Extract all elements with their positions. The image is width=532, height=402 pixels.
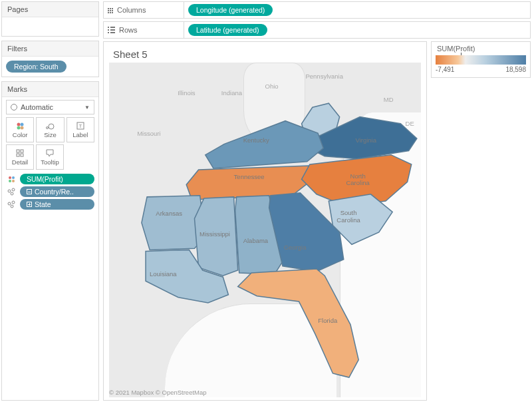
- detail-dark-icon: [6, 187, 17, 196]
- svg-point-15: [12, 180, 15, 182]
- marks-pill-sum-profit[interactable]: SUM(Profit): [6, 174, 94, 184]
- rows-pill-latitude[interactable]: Latitude (generated): [188, 24, 267, 36]
- legend-max: 18,598: [505, 66, 526, 73]
- collapse-icon: [27, 189, 32, 194]
- chevron-down-icon: ▼: [84, 104, 90, 110]
- marks-title: Marks: [2, 82, 98, 97]
- map-attribution: © 2021 Mapbox © OpenStreetMap: [109, 387, 207, 397]
- globe-icon: [11, 104, 17, 110]
- svg-rect-9: [21, 150, 23, 152]
- state-label-mississippi: Mississippi: [200, 230, 230, 238]
- legend-title: SUM(Profit): [432, 42, 530, 55]
- marks-detail-button[interactable]: Detail: [6, 144, 34, 170]
- marks-label-button[interactable]: T Label: [66, 117, 94, 142]
- marks-tooltip-button[interactable]: Tooltip: [36, 144, 64, 170]
- color-legend[interactable]: SUM(Profit) -7,491 18,598: [431, 41, 531, 78]
- filter-pill-region[interactable]: Region: South: [6, 61, 66, 73]
- state-label-georgia: Georgia: [284, 244, 307, 251]
- state-label-virginia: Virginia: [356, 136, 377, 144]
- svg-rect-10: [17, 154, 19, 156]
- filters-title: Filters: [2, 41, 98, 57]
- sheet-title: Sheet 5: [104, 42, 426, 63]
- svg-point-18: [11, 192, 13, 195]
- svg-point-19: [8, 202, 11, 205]
- marks-color-button[interactable]: Color: [6, 117, 34, 142]
- state-label-tennessee: Tennessee: [234, 173, 265, 180]
- map-canvas[interactable]: Illinois Indiana Ohio Pennsylvania MD DE…: [109, 63, 421, 397]
- expand-icon: [27, 202, 32, 207]
- state-label-florida: Florida: [318, 317, 337, 324]
- svg-point-4: [47, 127, 49, 129]
- state-kentucky[interactable]: [205, 121, 323, 168]
- svg-point-21: [11, 205, 13, 208]
- columns-icon: [108, 7, 113, 13]
- choropleth-svg: [109, 63, 421, 388]
- rows-icon: [108, 27, 115, 33]
- color-dots-icon: [6, 174, 17, 184]
- filters-panel: Filters Region: South: [1, 41, 99, 77]
- state-label-south-carolina: SouthCarolina: [336, 210, 360, 224]
- columns-pill-longitude[interactable]: Longitude (generated): [188, 4, 273, 16]
- detail-icon: [16, 148, 24, 158]
- marks-pill-country[interactable]: Country/Re..: [6, 186, 94, 197]
- pages-panel: Pages: [1, 1, 99, 37]
- svg-point-0: [17, 123, 21, 126]
- svg-rect-8: [17, 150, 19, 152]
- svg-point-12: [9, 176, 11, 179]
- svg-text:T: T: [78, 123, 82, 129]
- svg-point-16: [8, 190, 11, 192]
- svg-point-5: [49, 124, 54, 129]
- svg-point-2: [17, 126, 21, 130]
- tooltip-icon: [46, 148, 54, 158]
- svg-point-14: [9, 180, 11, 182]
- label-icon: T: [76, 121, 84, 130]
- size-icon: [45, 121, 55, 130]
- state-label-kentucky: Kentucky: [243, 136, 269, 144]
- columns-shelf[interactable]: Columns Longitude (generated): [103, 1, 531, 19]
- marks-pill-state[interactable]: State: [6, 199, 94, 210]
- color-icon: [16, 121, 24, 130]
- state-label-alabama: Alabama: [243, 237, 269, 244]
- marks-size-button[interactable]: Size: [36, 117, 64, 142]
- svg-rect-11: [21, 154, 23, 156]
- pages-shelf[interactable]: [2, 17, 98, 36]
- marks-type-label: Automatic: [21, 103, 53, 111]
- legend-gradient: [436, 55, 526, 65]
- svg-point-3: [21, 126, 24, 130]
- legend-zero-tick: [461, 53, 462, 55]
- marks-type-selector[interactable]: Automatic ▼: [6, 100, 94, 114]
- state-florida[interactable]: [238, 269, 358, 377]
- pages-title: Pages: [2, 2, 98, 17]
- svg-point-13: [12, 176, 15, 179]
- detail-dark-icon2: [6, 200, 17, 209]
- legend-min: -7,491: [436, 66, 454, 73]
- state-label-louisiana: Louisiana: [150, 270, 177, 278]
- state-label-north-carolina: NorthCarolina: [346, 173, 369, 187]
- state-label-arkansas: Arkansas: [156, 210, 182, 217]
- svg-point-1: [21, 123, 24, 126]
- worksheet-view[interactable]: Sheet 5 Illinois Indiana Ohio Pennsylvan…: [103, 41, 427, 401]
- svg-point-20: [12, 201, 15, 204]
- svg-point-17: [12, 188, 15, 191]
- rows-shelf[interactable]: Rows Latitude (generated): [103, 21, 531, 39]
- marks-panel: Marks Automatic ▼ Color Size: [1, 81, 99, 401]
